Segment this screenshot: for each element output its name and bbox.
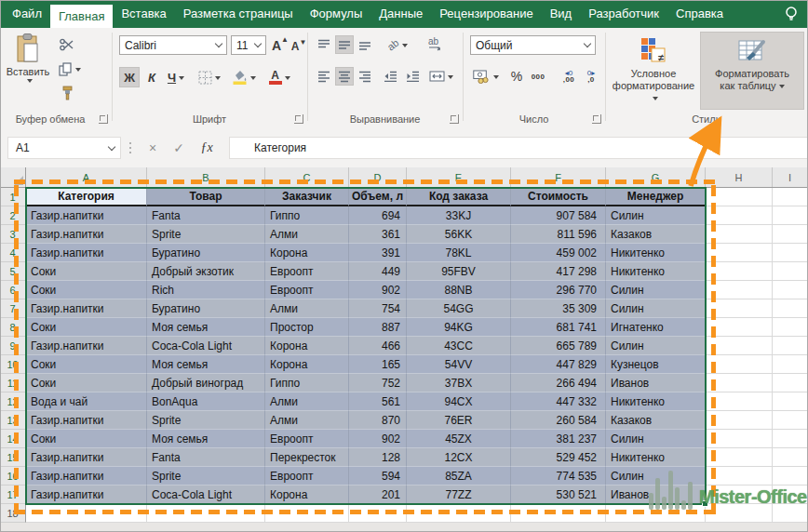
cell-B8[interactable]: Моя семья [147,318,265,337]
wrap-text-button[interactable]: ab [421,35,449,54]
cell-A18[interactable] [26,504,147,523]
cell-F12[interactable]: 447 332 [511,392,606,411]
ribbon-tab-2[interactable]: Главная [50,5,113,28]
cell-I6[interactable] [773,281,808,299]
cell-C8[interactable]: Простор [265,318,349,337]
cell-C1[interactable]: Заказчик [265,188,349,206]
cell-I16[interactable] [773,467,808,485]
cell-I4[interactable] [773,244,808,262]
cell-A13[interactable]: Газир.напитки [26,411,147,430]
cell-E17[interactable]: 77ZZ [407,485,511,504]
cell-B1[interactable]: Товар [147,188,265,206]
italic-button[interactable]: К [142,67,161,87]
cell-A7[interactable]: Газир.напитки [26,299,147,318]
cell-A4[interactable]: Газир.напитки [26,244,147,262]
name-box[interactable]: A1 [7,137,121,159]
cell-G10[interactable]: Кузнецов [606,355,706,374]
row-header-11[interactable]: 11 [0,374,26,392]
cell-E7[interactable]: 54GG [407,299,511,318]
copy-button[interactable] [56,60,84,78]
ribbon-tab-9[interactable]: Разработчик [580,0,667,28]
row-header-6[interactable]: 6 [0,281,26,299]
borders-button[interactable] [195,67,223,87]
orientation-button[interactable]: ab [382,35,413,54]
cell-H4[interactable] [706,244,773,262]
cell-E13[interactable]: 76ER [407,411,511,430]
ribbon-tab-7[interactable]: Рецензирование [431,0,541,28]
cell-D17[interactable]: 201 [349,485,407,504]
row-header-3[interactable]: 3 [0,225,26,244]
column-header-B[interactable]: B [147,167,265,187]
cell-F13[interactable]: 260 584 [511,411,606,430]
row-header-16[interactable]: 16 [0,467,26,485]
cell-C11[interactable]: Гиппо [265,374,349,392]
ribbon-tab-3[interactable]: Вставка [113,0,174,28]
column-header-F[interactable]: F [511,167,606,187]
cell-H11[interactable] [706,374,773,392]
cell-C18[interactable] [265,504,349,523]
number-dialog-launcher[interactable] [592,114,601,124]
cell-A16[interactable]: Газир.напитки [26,467,147,485]
cell-A9[interactable]: Газир.напитки [26,337,147,355]
bold-button[interactable]: Ж [119,67,140,87]
cell-A8[interactable]: Соки [26,318,147,337]
cell-B3[interactable]: Sprite [147,225,265,244]
row-header-5[interactable]: 5 [0,262,26,281]
format-painter-button[interactable] [56,84,78,102]
cell-A12[interactable]: Вода и чай [26,392,147,411]
cell-H17[interactable] [706,485,773,504]
align-left-button[interactable] [315,67,333,86]
cell-C7[interactable]: Алми [265,299,349,318]
cell-H16[interactable] [706,467,773,485]
cell-C2[interactable]: Гиппо [265,206,349,225]
cell-G5[interactable]: Никитенко [606,262,706,281]
cell-B11[interactable]: Добрый виноград [147,374,265,392]
cell-G12[interactable]: Никитенко [606,392,706,411]
column-header-H[interactable]: H [706,167,773,187]
cell-C14[interactable]: Евроопт [265,430,349,448]
cell-C4[interactable]: Корона [265,244,349,262]
cell-C13[interactable]: Алми [265,411,349,430]
cell-H1[interactable] [706,188,773,206]
column-header-I[interactable]: I [773,167,808,187]
cell-C5[interactable]: Евроопт [265,262,349,281]
cell-C16[interactable]: Евроопт [265,467,349,485]
cell-C9[interactable]: Корона [265,337,349,355]
cell-E11[interactable]: 37BX [407,374,511,392]
cell-F2[interactable]: 907 584 [511,206,606,225]
cell-F9[interactable]: 665 789 [511,337,606,355]
select-all-button[interactable] [0,167,26,187]
cell-A2[interactable]: Газир.напитки [26,206,147,225]
column-header-D[interactable]: D [349,167,407,187]
cell-F11[interactable]: 266 494 [511,374,606,392]
cell-F17[interactable]: 530 521 [511,485,606,504]
cell-F6[interactable]: 296 770 [511,281,606,299]
cell-E18[interactable] [407,504,511,523]
cell-I7[interactable] [773,299,808,318]
cell-G11[interactable]: Иванов [606,374,706,392]
row-header-4[interactable]: 4 [0,244,26,262]
cell-B5[interactable]: Добрый экзотик [147,262,265,281]
fill-color-button[interactable] [229,67,259,87]
cell-B16[interactable]: Sprite [147,467,265,485]
row-header-15[interactable]: 15 [0,448,26,467]
cell-G9[interactable]: Силин [606,337,706,355]
cell-C10[interactable]: Корона [265,355,349,374]
cell-B18[interactable] [147,504,265,523]
cell-A17[interactable]: Газир.напитки [26,485,147,504]
cell-G8[interactable]: Игнатенко [606,318,706,337]
row-header-1[interactable]: 1 [0,188,26,206]
cell-H15[interactable] [706,448,773,467]
cell-F15[interactable]: 529 452 [511,448,606,467]
decrease-decimal-button[interactable]: 0▸ ,0 [581,67,601,86]
conditional-formatting-button[interactable]: ≠ Условное форматирование [609,32,698,110]
align-bottom-button[interactable] [356,35,374,54]
row-header-17[interactable]: 17 [0,485,26,504]
cell-D16[interactable]: 594 [349,467,407,485]
underline-button[interactable]: Ч [163,67,189,87]
cell-F10[interactable]: 447 829 [511,355,606,374]
ribbon-tab-5[interactable]: Формулы [302,0,371,28]
cell-G6[interactable]: Силин [606,281,706,299]
cell-I13[interactable] [773,411,808,430]
ribbon-tab-10[interactable]: Справка [667,0,732,28]
